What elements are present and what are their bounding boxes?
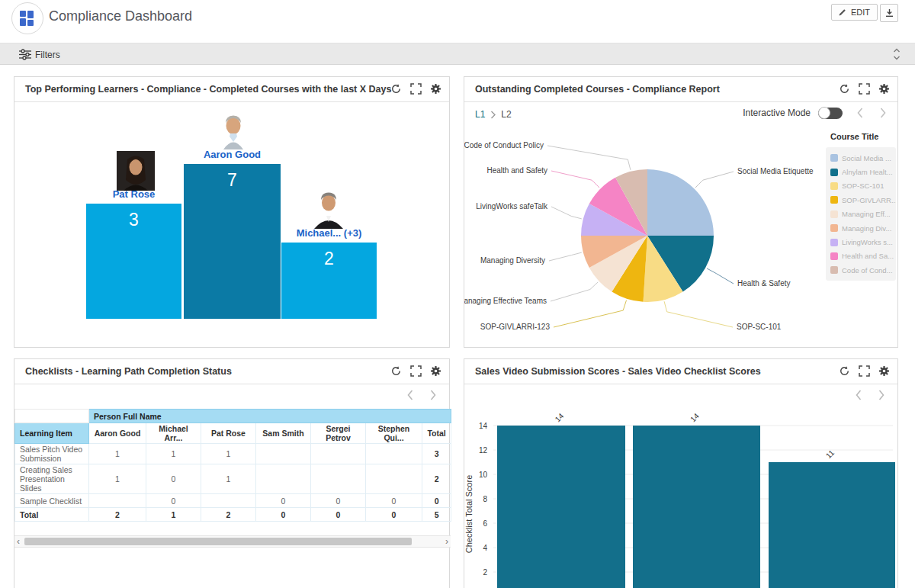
y-tick-label: 8 — [483, 495, 487, 503]
learner-photo — [216, 113, 251, 149]
legend-item[interactable]: Health and Sa... — [830, 249, 896, 263]
legend-swatch — [830, 169, 838, 176]
legend-item[interactable]: LivingWorks s... — [830, 235, 896, 249]
table-cell — [256, 444, 311, 464]
pie-callout-line — [695, 172, 734, 188]
podium-bar[interactable]: 7 — [184, 164, 281, 319]
chevron-right-icon[interactable] — [878, 389, 885, 401]
pie-slice-label: Health & Safety — [737, 279, 790, 288]
chevron-right-icon[interactable] — [879, 107, 887, 119]
pie-callout-line — [549, 252, 582, 261]
table-column-header: Stephen Qui... — [366, 423, 422, 444]
scroll-right-arrow[interactable]: › — [445, 536, 448, 547]
legend-item[interactable]: Managing Eff... — [830, 207, 896, 221]
table-cell: 0 — [146, 464, 201, 494]
pie-pager — [856, 107, 887, 119]
logo-square — [27, 11, 34, 18]
table-cell: 2 — [422, 464, 451, 494]
legend-title: Course Title — [830, 132, 897, 141]
legend-item[interactable]: Code of Cond... — [830, 263, 896, 277]
refresh-icon[interactable] — [390, 365, 402, 377]
table-cell: 1 — [201, 464, 256, 494]
table-cell: 0 — [146, 494, 201, 508]
settings-gear-icon[interactable] — [878, 365, 890, 377]
y-tick-label: 14 — [479, 422, 488, 430]
bar-value: 2 — [281, 243, 377, 269]
edit-button[interactable]: EDIT — [831, 4, 878, 21]
legend-label: LivingWorks s... — [842, 238, 893, 246]
legend-swatch — [830, 252, 838, 260]
table-total-label: Total — [15, 508, 89, 522]
legend-label: SOP-GIVLARR... — [842, 196, 896, 204]
table-cell: 0 — [256, 494, 311, 508]
podium-bar[interactable]: 3 — [86, 204, 181, 319]
fullscreen-icon[interactable] — [410, 83, 422, 95]
filters-bar[interactable]: Filters — [0, 43, 915, 65]
pie-slice[interactable] — [647, 169, 714, 236]
table-column-header: Pat Rose — [201, 423, 256, 444]
refresh-icon[interactable] — [839, 83, 850, 95]
panel-title: Checklists - Learning Path Completion St… — [25, 366, 232, 377]
table-cell: 0 — [311, 508, 366, 522]
legend-swatch — [830, 196, 838, 204]
download-button[interactable] — [880, 4, 898, 22]
refresh-icon[interactable] — [390, 83, 402, 95]
chevron-left-icon[interactable] — [855, 389, 862, 401]
legend-label: Health and Sa... — [842, 252, 894, 260]
legend-item[interactable]: SOP-GIVLARR... — [830, 193, 896, 207]
compliance-dashboard-page: { "header": { "title": "Compliance Dashb… — [0, 0, 915, 588]
panel-header: Top Performing Learners - Compliance - C… — [14, 77, 449, 102]
pie-slice-label: Health and Safety — [487, 166, 548, 175]
table-cell — [366, 444, 422, 464]
fullscreen-icon[interactable] — [859, 83, 870, 95]
table-cell: 2 — [89, 508, 146, 522]
score-bar[interactable] — [769, 462, 895, 588]
panel-actions — [839, 365, 890, 377]
fullscreen-icon[interactable] — [410, 365, 422, 377]
horizontal-scrollbar[interactable]: ‹ › — [14, 535, 451, 548]
podium-bar[interactable]: 2 — [281, 243, 377, 319]
y-tick-label: 12 — [479, 446, 488, 455]
legend-item[interactable]: Managing Div... — [830, 221, 896, 235]
legend-label: Managing Div... — [842, 224, 891, 233]
filters-icon — [19, 49, 31, 60]
table-cell: 1 — [201, 444, 256, 464]
legend-item[interactable]: Alnylam Healt... — [830, 165, 896, 178]
settings-gear-icon[interactable] — [430, 365, 441, 377]
fullscreen-icon[interactable] — [859, 365, 870, 377]
panel-top-learners: Top Performing Learners - Compliance - C… — [14, 76, 450, 348]
scores-pager — [855, 389, 885, 401]
settings-gear-icon[interactable] — [878, 83, 890, 95]
scrollbar-thumb[interactable] — [24, 538, 412, 545]
pie-panel-body: L1 L2 Interactive Mode Social Media Etiq… — [464, 102, 897, 347]
table-cell — [311, 464, 366, 494]
y-tick-label: 4 — [483, 544, 487, 552]
filters-collapse-icon[interactable] — [892, 47, 901, 62]
legend-swatch — [830, 239, 838, 246]
panel-title: Top Performing Learners - Compliance - C… — [25, 84, 391, 95]
pie-legend: Course Title Social Media ... Alnylam He… — [826, 132, 897, 281]
legend-swatch — [830, 154, 838, 162]
table-cell: 0 — [366, 494, 422, 508]
table-cell — [201, 494, 256, 508]
table-column-header: Sam Smith — [256, 423, 311, 444]
table-cell: 3 — [422, 444, 451, 464]
pie-callout-line — [707, 268, 734, 284]
chevron-left-icon[interactable] — [406, 389, 414, 401]
table-column-header: Michael Arr... — [146, 423, 201, 444]
legend-swatch — [830, 210, 838, 218]
refresh-icon[interactable] — [839, 365, 850, 377]
chevron-right-icon[interactable] — [429, 389, 437, 401]
score-bar[interactable] — [497, 426, 625, 588]
legend-item[interactable]: SOP-SC-101 — [830, 179, 896, 193]
table-cell: 5 — [422, 508, 451, 522]
scroll-left-arrow[interactable]: ‹ — [17, 536, 20, 547]
y-tick-label: 2 — [483, 568, 487, 577]
logo-square — [20, 11, 26, 17]
chevron-left-icon[interactable] — [856, 107, 864, 119]
settings-gear-icon[interactable] — [430, 83, 441, 95]
pencil-icon — [839, 8, 846, 16]
score-bar[interactable] — [633, 426, 760, 588]
legend-item[interactable]: Social Media ... — [830, 151, 896, 165]
pie-callout-line — [547, 146, 631, 170]
